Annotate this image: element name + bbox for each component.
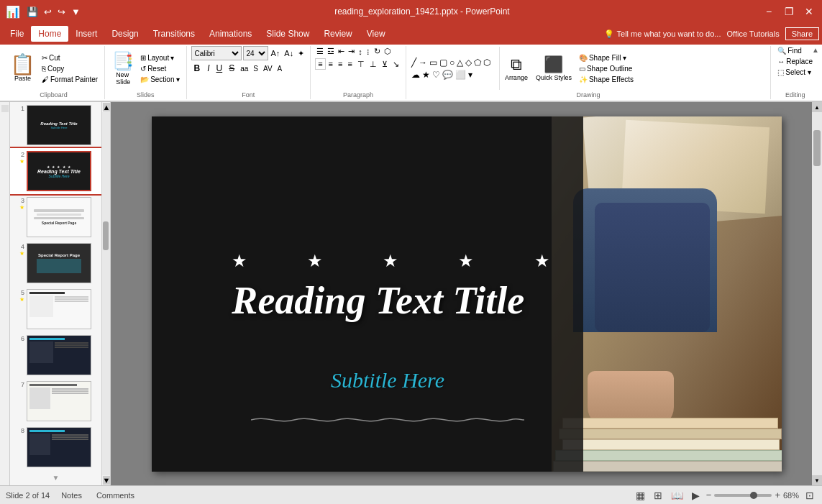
scrollbar-up-arrow[interactable]: ▲	[103, 103, 110, 111]
menu-file[interactable]: File	[3, 26, 31, 42]
restore-button[interactable]: ❐	[782, 4, 796, 19]
paste-button[interactable]: 📋 Paste	[7, 53, 38, 83]
indent-decrease-button[interactable]: ⇤	[337, 46, 346, 57]
layout-button[interactable]: ⊞ Layout ▾	[138, 53, 181, 63]
share-button[interactable]: Share	[785, 27, 819, 40]
slide-title-text[interactable]: Reading Text Title	[183, 280, 573, 322]
redo-button[interactable]: ↪	[55, 5, 68, 19]
help-text[interactable]: Tell me what you want to do...	[617, 29, 721, 38]
menu-animations[interactable]: Animations	[202, 26, 259, 42]
slide-thumb-4[interactable]: 4 ★ Special Report Page	[10, 240, 101, 286]
scrollbar-thumb[interactable]	[103, 221, 109, 250]
align-middle-button[interactable]: ⊥	[367, 59, 379, 70]
more-shapes[interactable]: ▾	[467, 69, 473, 81]
zoom-plus-button[interactable]: +	[775, 490, 780, 500]
slide-thumb-6[interactable]: 6 ★	[10, 332, 101, 378]
justify-button[interactable]: ≡	[345, 59, 354, 69]
help-search[interactable]: 💡 Tell me what you want to do...	[604, 29, 721, 39]
menu-transitions[interactable]: Transitions	[146, 26, 202, 42]
undo-button[interactable]: ↩	[42, 5, 54, 19]
align-top-button[interactable]: ⊤	[355, 59, 367, 70]
oval-shape[interactable]: ○	[449, 57, 455, 68]
italic-button[interactable]: I	[205, 63, 211, 74]
menu-insert[interactable]: Insert	[68, 26, 104, 42]
line-shape[interactable]: ╱	[411, 57, 417, 68]
close-button[interactable]: ✕	[802, 4, 816, 19]
zoom-thumb[interactable]	[750, 492, 757, 499]
align-center-button[interactable]: ≡	[326, 59, 335, 69]
canvas-scroll-down[interactable]: ▼	[812, 475, 822, 485]
arrow-shape[interactable]: →	[418, 57, 428, 68]
cut-button[interactable]: ✂ Cut	[40, 53, 100, 63]
canvas-scrollbar-thumb[interactable]	[813, 130, 821, 166]
canvas-scroll-up[interactable]: ▲	[812, 102, 822, 112]
font-size-select[interactable]: 24	[243, 46, 268, 60]
notes-button[interactable]: Notes	[58, 490, 85, 501]
char-spacing-button[interactable]: AV	[262, 64, 274, 73]
bold-button[interactable]: B	[191, 62, 204, 75]
ruler-toggle[interactable]	[1, 105, 9, 112]
more-paragraph-button[interactable]: ↘	[391, 59, 401, 70]
shape-outline-button[interactable]: ▭ Shape Outline	[577, 64, 636, 73]
heart-shape[interactable]: ♡	[431, 69, 441, 81]
select-button[interactable]: ⬚ Select ▾	[775, 68, 815, 77]
font-size-decrease-button[interactable]: A↓	[283, 48, 295, 58]
rect-shape[interactable]: ▭	[429, 57, 438, 68]
slide-show-button[interactable]: ▶	[690, 489, 702, 502]
menu-slideshow[interactable]: Slide Show	[259, 26, 316, 42]
callout-shape[interactable]: 💬	[442, 69, 454, 81]
align-right-button[interactable]: ≡	[336, 59, 344, 69]
font-size-increase-button[interactable]: A↑	[270, 48, 282, 58]
underline-button[interactable]: U	[214, 63, 225, 74]
reading-view-button[interactable]: 📖	[669, 489, 685, 502]
pentagon-shape[interactable]: ⬠	[473, 57, 482, 68]
fit-slide-button[interactable]: ⊡	[803, 489, 816, 502]
section-button[interactable]: 📂 Section ▾	[138, 75, 181, 84]
slide-subtitle-text[interactable]: Subtitle Here	[214, 368, 561, 393]
copy-button[interactable]: ⎘ Copy	[40, 64, 100, 73]
arrange-button[interactable]: ⧉ Arrange	[502, 54, 531, 83]
zoom-minus-button[interactable]: −	[706, 490, 712, 500]
font-color-button[interactable]: A	[276, 64, 284, 73]
slide-thumb-1[interactable]: 1 ★ Reading Text Title Subtitle Here	[10, 102, 101, 148]
customize-qat-button[interactable]: ▼	[69, 5, 83, 19]
text-direction-button[interactable]: ↻	[373, 46, 382, 57]
slide-canvas[interactable]: ★ ★ ★ ★ ★ Reading Text Title Subtitle He…	[152, 116, 782, 472]
text-box-shape[interactable]: ⬜	[455, 69, 467, 81]
cloud-shape[interactable]: ☁	[411, 69, 421, 81]
slide-thumb-8[interactable]: 8 ★	[10, 424, 101, 470]
slide-thumb-3[interactable]: 3 ★ Special Report Page	[10, 194, 101, 240]
star-shape[interactable]: ★	[421, 69, 431, 81]
slide-panel-scrollbar[interactable]: ▲ ▼	[102, 102, 111, 485]
menu-design[interactable]: Design	[104, 26, 145, 42]
reset-button[interactable]: ↺ Reset	[138, 64, 181, 73]
slide-thumb-5[interactable]: 5 ★	[10, 286, 101, 332]
quick-styles-button[interactable]: ⬛ Quick Styles	[533, 54, 575, 83]
slide-thumb-7[interactable]: 7 ★	[10, 378, 101, 424]
bullets-button[interactable]: ☰	[315, 46, 325, 57]
align-bottom-button[interactable]: ⊻	[380, 59, 390, 70]
save-button[interactable]: 💾	[24, 5, 40, 19]
format-painter-button[interactable]: 🖌 Format Painter	[40, 75, 100, 84]
menu-review[interactable]: Review	[316, 26, 359, 42]
minimize-button[interactable]: −	[762, 4, 776, 19]
convert-to-smartart-button[interactable]: ⬡	[383, 46, 393, 57]
shape-fill-button[interactable]: 🎨 Shape Fill ▾	[577, 53, 636, 63]
numbering-button[interactable]: ☲	[326, 46, 336, 57]
menu-view[interactable]: View	[360, 26, 393, 42]
align-left-button[interactable]: ≡	[315, 58, 325, 70]
small-caps-button[interactable]: aa	[239, 64, 250, 73]
clear-formatting-button[interactable]: ✦	[296, 48, 306, 59]
ribbon-collapse-button[interactable]: ▲	[812, 46, 819, 54]
slide-sorter-button[interactable]: ⊞	[652, 489, 665, 502]
shape-effects-button[interactable]: ✨ Shape Effects	[577, 75, 636, 84]
triangle-shape[interactable]: △	[456, 57, 464, 68]
line-spacing-button[interactable]: ↕	[357, 47, 364, 57]
slide-thumb-2[interactable]: 2 ★ ★ ★ ★ ★ ★ Reading Text Title Subtitl…	[10, 148, 101, 194]
normal-view-button[interactable]: ▦	[634, 489, 647, 502]
replace-button[interactable]: ↔ Replace	[775, 57, 815, 66]
shadow-button[interactable]: S	[252, 64, 260, 73]
office-tutorials-link[interactable]: Office Tutorials	[726, 29, 779, 38]
hexagon-shape[interactable]: ⬡	[483, 57, 491, 68]
strikethrough-button[interactable]: S	[227, 63, 237, 74]
